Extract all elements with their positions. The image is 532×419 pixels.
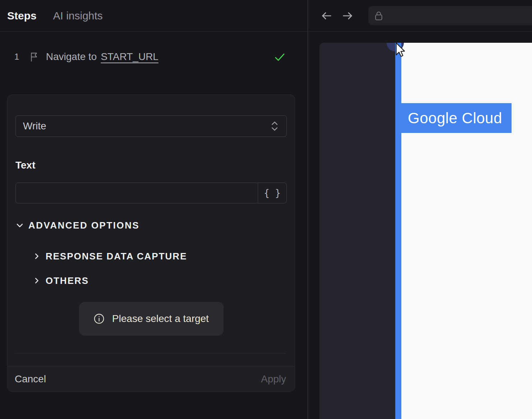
- pointer-cursor-icon: [395, 43, 406, 58]
- text-input-group: { }: [15, 183, 287, 203]
- page-viewport: Google Cloud: [319, 43, 532, 419]
- panel-tabs: Steps AI insights: [0, 0, 308, 32]
- others-toggle[interactable]: OTHERS: [33, 275, 295, 286]
- lock-icon: [373, 10, 384, 22]
- forward-button[interactable]: [341, 10, 354, 22]
- text-field-label: Text: [15, 160, 287, 171]
- step-row[interactable]: 1 Navigate to START_URL: [14, 50, 286, 63]
- highlighted-element-label: Google Cloud: [408, 110, 502, 127]
- chevron-down-icon: [15, 221, 24, 230]
- response-data-capture-label: RESPONSE DATA CAPTURE: [46, 251, 187, 262]
- select-target-hint-text: Please select a target: [112, 313, 209, 324]
- card-divider: [15, 353, 286, 354]
- others-label: OTHERS: [46, 275, 89, 286]
- advanced-options-label: ADVANCED OPTIONS: [28, 220, 140, 231]
- step-title-prefix: Navigate to: [46, 51, 97, 63]
- step-editor-card: Write Text { } ADVANCED OPTIONS: [7, 95, 295, 392]
- response-data-capture-toggle[interactable]: RESPONSE DATA CAPTURE: [33, 251, 295, 262]
- chevron-right-icon: [33, 276, 41, 285]
- info-icon: [93, 313, 105, 324]
- back-button[interactable]: [321, 10, 333, 22]
- apply-button[interactable]: Apply: [261, 373, 286, 385]
- tab-ai-insights[interactable]: AI insights: [53, 10, 103, 22]
- highlighted-element[interactable]: Google Cloud: [401, 103, 512, 133]
- cancel-button[interactable]: Cancel: [15, 373, 46, 385]
- element-selection-rail: [395, 43, 401, 419]
- insert-variable-button[interactable]: { }: [258, 183, 286, 203]
- page-content[interactable]: [401, 43, 532, 419]
- browser-panel: Google Cloud: [308, 0, 532, 419]
- step-start-url-link[interactable]: START_URL: [101, 51, 159, 63]
- chevron-right-icon: [33, 252, 41, 261]
- arrow-left-icon: [321, 10, 333, 22]
- steps-panel: Steps AI insights 1 Navigate to START_UR…: [0, 0, 308, 419]
- address-bar[interactable]: [368, 6, 532, 25]
- select-target-hint: Please select a target: [79, 302, 224, 336]
- arrow-right-icon: [341, 10, 354, 22]
- action-select-value: Write: [23, 120, 46, 132]
- step-number: 1: [14, 52, 22, 62]
- step-title: Navigate to START_URL: [46, 51, 158, 63]
- check-icon: [273, 50, 286, 63]
- flag-icon: [29, 51, 39, 62]
- browser-toolbar: [308, 0, 532, 32]
- editor-footer: Cancel Apply: [8, 366, 295, 391]
- chevron-up-down-icon: [270, 120, 279, 132]
- text-input[interactable]: [16, 183, 258, 203]
- tab-steps[interactable]: Steps: [7, 10, 37, 22]
- advanced-options-toggle[interactable]: ADVANCED OPTIONS: [15, 220, 287, 231]
- action-type-select[interactable]: Write: [15, 115, 287, 137]
